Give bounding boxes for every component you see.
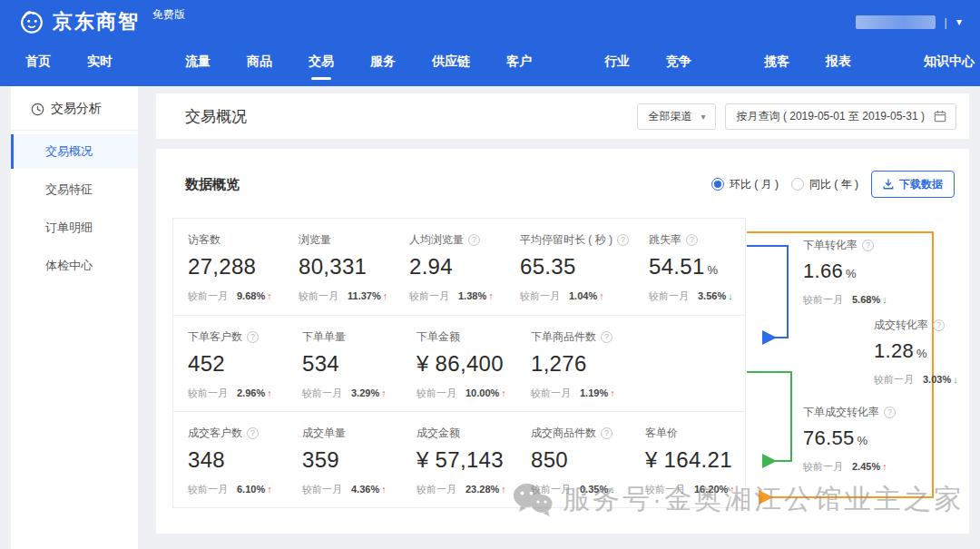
sidebar-item-transaction-overview[interactable]: 交易概况 <box>11 134 138 169</box>
sidebar-item-transaction-characteristics[interactable]: 交易特征 <box>11 172 138 207</box>
section-title: 数据概览 <box>185 176 240 193</box>
nav-item-knowledge-center[interactable]: 知识中心 <box>924 54 975 70</box>
radio-yoy[interactable]: 同比 ( 年 ) <box>791 177 858 192</box>
metric-deal-items: 成交商品件数? 850 较前一月0.35%↓ <box>516 412 631 507</box>
help-icon[interactable]: ? <box>468 234 480 246</box>
sidebar-item-order-details[interactable]: 订单明细 <box>11 211 138 245</box>
radio-yoy-label: 同比 ( 年 ) <box>809 177 858 192</box>
page-titlebar: 交易概况 全部渠道 ▾ 按月查询 ( 2019-05-01 至 2019-05-… <box>156 93 969 139</box>
calendar-icon <box>934 110 946 123</box>
metrics-table: 访客数 27,288 较前一月9.68%↑ 浏览量 80,331 较前一月11.… <box>172 218 746 508</box>
download-icon <box>883 179 894 190</box>
help-icon[interactable]: ? <box>601 331 612 343</box>
help-icon[interactable]: ? <box>247 331 259 343</box>
conversion-order-to-deal-rate: 下单成交转化率? 76.55% 较前一月2.45%↑ <box>803 405 957 474</box>
sidebar-item-health-center[interactable]: 体检中心 <box>11 249 138 283</box>
metric-bounce-rate: 跳失率? 54.51% 较前一月3.56%↓ <box>634 219 745 315</box>
metric-order-count: 下单单量 534 较前一月3.29%↑ <box>288 316 402 411</box>
nav-item-supply-chain[interactable]: 供应链 <box>432 54 470 70</box>
nav-item-realtime[interactable]: 实时 <box>87 54 113 70</box>
help-icon[interactable]: ? <box>686 234 698 246</box>
chevron-down-icon[interactable]: ▾ <box>956 15 965 28</box>
brand-name: 京东商智 <box>53 5 140 38</box>
sidebar-section-label: 交易分析 <box>51 101 102 117</box>
metric-order-customers: 下单客户数? 452 较前一月2.96%↑ <box>173 316 288 411</box>
help-icon[interactable]: ? <box>617 234 629 246</box>
nav-item-industry[interactable]: 行业 <box>604 54 630 70</box>
nav-item-home[interactable]: 首页 <box>25 54 51 70</box>
radio-dot-icon <box>711 178 724 191</box>
conversion-order-rate: 下单转化率? 1.66% 较前一月5.68%↓ <box>803 238 957 307</box>
metric-deal-count: 成交单量 359 较前一月4.36%↑ <box>288 412 402 507</box>
metrics-row-deals: 成交客户数? 348 较前一月6.10%↑ 成交单量 359 较前一月4.36%… <box>173 411 745 507</box>
channel-select-value: 全部渠道 <box>649 109 692 124</box>
metric-pageviews: 浏览量 80,331 较前一月11.37%↑ <box>284 219 395 315</box>
help-icon[interactable]: ? <box>862 240 874 251</box>
metric-avg-order-value: 客单价 ¥ 164.21 较前一月16.20%↑ <box>631 412 745 507</box>
radio-mom[interactable]: 环比 ( 月 ) <box>711 177 779 192</box>
metric-empty <box>631 316 745 411</box>
metric-deal-customers: 成交客户数? 348 较前一月6.10%↑ <box>173 412 288 507</box>
jd-dog-icon <box>18 8 45 35</box>
metric-visitors: 访客数 27,288 较前一月9.68%↑ <box>173 219 284 315</box>
date-range-picker[interactable]: 按月查询 ( 2019-05-01 至 2019-05-31 ) <box>725 103 956 130</box>
bracket-deal-rate <box>747 372 791 461</box>
main-nav: 首页 实时 流量 商品 交易 服务 供应链 客户 行业 竞争 揽客 报表 知识中… <box>0 44 980 80</box>
data-overview-card: 数据概览 环比 ( 月 ) 同比 ( 年 ) 下载数据 <box>156 149 969 534</box>
metric-avg-stay-duration: 平均停留时长 ( 秒 )? 65.35 较前一月1.04%↑ <box>505 219 634 315</box>
download-label: 下载数据 <box>899 177 943 192</box>
page-title: 交易概况 <box>185 106 247 127</box>
help-icon[interactable]: ? <box>247 427 259 439</box>
app-header: 京东商智 免费版 | ▾ 首页 实时 流量 商品 交易 服务 供应链 客户 行业… <box>0 0 980 86</box>
metric-order-items: 下单商品件数? 1,276 较前一月1.19%↑ <box>516 316 631 411</box>
help-icon[interactable]: ? <box>601 427 612 439</box>
radio-dot-icon <box>791 178 804 191</box>
nav-item-transactions[interactable]: 交易 <box>309 54 334 70</box>
nav-item-customers[interactable]: 客户 <box>506 54 532 70</box>
help-icon[interactable]: ? <box>884 407 896 418</box>
radio-mom-label: 环比 ( 月 ) <box>730 177 779 192</box>
account-divider: | <box>945 15 947 29</box>
date-range-value: 按月查询 ( 2019-05-01 至 2019-05-31 ) <box>737 109 925 124</box>
metric-order-amount: 下单金额 ¥ 86,400 较前一月10.00%↑ <box>402 316 516 411</box>
metrics-row-traffic: 访客数 27,288 较前一月9.68%↑ 浏览量 80,331 较前一月11.… <box>173 219 745 315</box>
nav-item-products[interactable]: 商品 <box>247 54 272 70</box>
nav-item-attract-customers[interactable]: 揽客 <box>764 54 789 70</box>
conversion-deal-rate: 成交转化率? 1.28% 较前一月3.03%↓ <box>874 318 980 387</box>
account-name-blurred[interactable] <box>856 15 936 29</box>
download-data-button[interactable]: 下载数据 <box>871 171 955 198</box>
nav-item-competition[interactable]: 竞争 <box>666 54 691 70</box>
bracket-order-rate <box>747 246 788 338</box>
plan-badge: 免费版 <box>152 7 185 23</box>
metrics-row-orders: 下单客户数? 452 较前一月2.96%↑ 下单单量 534 较前一月3.29%… <box>173 315 745 411</box>
metric-avg-pageviews: 人均浏览量? 2.94 较前一月1.38%↑ <box>395 219 505 315</box>
sidebar: 交易分析 交易概况 交易特征 订单明细 体检中心 <box>11 86 138 549</box>
nav-item-services[interactable]: 服务 <box>370 54 396 70</box>
sidebar-section-title: 交易分析 <box>11 86 138 131</box>
metric-deal-amount: 成交金额 ¥ 57,143 较前一月23.28%↑ <box>402 412 516 507</box>
brand-logo[interactable]: 京东商智 免费版 <box>18 5 185 38</box>
transaction-analysis-icon <box>31 103 44 116</box>
channel-select[interactable]: 全部渠道 ▾ <box>637 103 716 130</box>
nav-item-reports[interactable]: 报表 <box>826 54 851 70</box>
main-content: 交易概况 全部渠道 ▾ 按月查询 ( 2019-05-01 至 2019-05-… <box>156 93 969 139</box>
help-icon[interactable]: ? <box>933 319 945 331</box>
nav-item-traffic[interactable]: 流量 <box>185 54 211 70</box>
chevron-down-icon: ▾ <box>701 112 706 122</box>
